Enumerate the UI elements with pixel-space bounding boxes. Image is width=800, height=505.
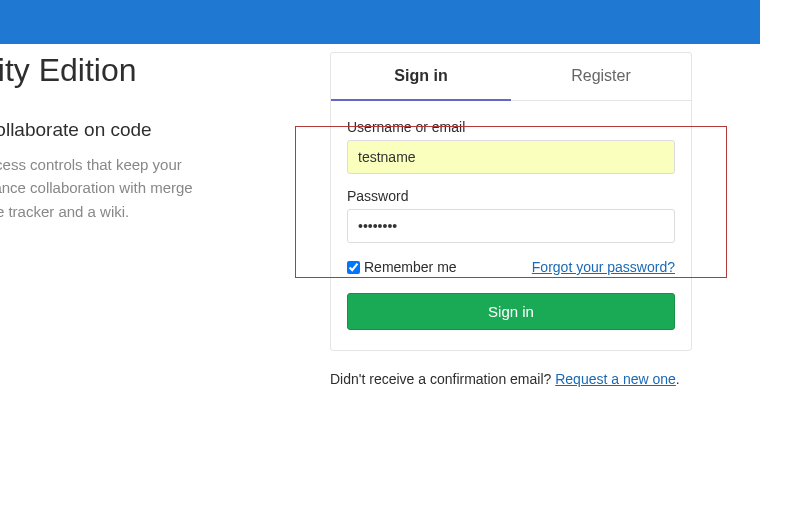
right-column: Sign in Register Username or email Passw… [330, 52, 692, 387]
tab-sign-in[interactable]: Sign in [331, 53, 511, 101]
edition-description: -grained access controls that keep your … [0, 153, 320, 223]
options-row: Remember me Forgot your password? [347, 259, 675, 275]
tab-register[interactable]: Register [511, 53, 691, 100]
sign-in-button[interactable]: Sign in [347, 293, 675, 330]
forgot-password-link[interactable]: Forgot your password? [532, 259, 675, 275]
request-new-one-link[interactable]: Request a new one [555, 371, 676, 387]
topbar [0, 0, 760, 44]
remember-me[interactable]: Remember me [347, 259, 457, 275]
remember-label: Remember me [364, 259, 457, 275]
username-label: Username or email [347, 119, 675, 135]
auth-card: Sign in Register Username or email Passw… [330, 52, 692, 351]
confirmation-line: Didn't receive a confirmation email? Req… [330, 371, 692, 387]
edition-title: nity Edition [0, 52, 320, 89]
remember-checkbox[interactable] [347, 261, 360, 274]
password-input[interactable] [347, 209, 675, 243]
left-column: nity Edition o collaborate on code -grai… [0, 44, 320, 387]
username-input[interactable] [347, 140, 675, 174]
sign-in-form: Username or email Password Remember me F… [331, 101, 691, 350]
confirmation-dot: . [676, 371, 680, 387]
auth-tabs: Sign in Register [331, 53, 691, 101]
desc-line: ave an issue tracker and a wiki. [0, 203, 129, 220]
password-label: Password [347, 188, 675, 204]
edition-subtitle: o collaborate on code [0, 119, 320, 141]
desc-line: vs and enhance collaboration with merge [0, 179, 193, 196]
confirmation-text: Didn't receive a confirmation email? [330, 371, 555, 387]
desc-line: -grained access controls that keep your [0, 156, 182, 173]
main-content: nity Edition o collaborate on code -grai… [0, 44, 800, 387]
